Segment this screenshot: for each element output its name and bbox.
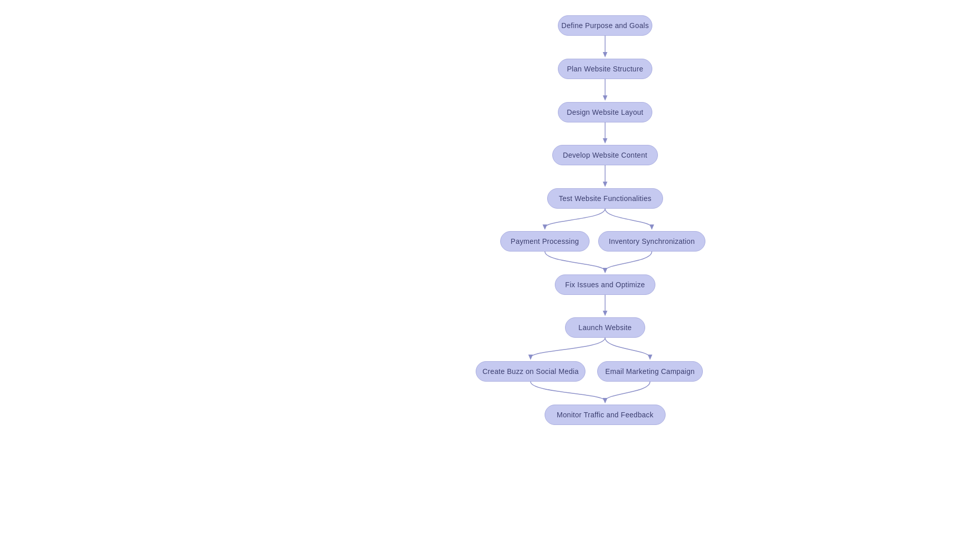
- node-social[interactable]: Create Buzz on Social Media: [476, 361, 585, 382]
- node-monitor[interactable]: Monitor Traffic and Feedback: [545, 405, 666, 425]
- node-fix[interactable]: Fix Issues and Optimize: [555, 274, 655, 295]
- node-test[interactable]: Test Website Functionalities: [547, 188, 663, 209]
- node-email[interactable]: Email Marketing Campaign: [597, 361, 703, 382]
- node-design[interactable]: Design Website Layout: [558, 102, 652, 122]
- node-payment[interactable]: Payment Processing: [500, 231, 590, 252]
- node-launch[interactable]: Launch Website: [565, 317, 645, 338]
- connections-svg: [0, 0, 980, 551]
- node-define[interactable]: Define Purpose and Goals: [558, 15, 652, 36]
- node-develop[interactable]: Develop Website Content: [552, 145, 658, 165]
- node-plan[interactable]: Plan Website Structure: [558, 59, 652, 79]
- node-inventory[interactable]: Inventory Synchronization: [598, 231, 705, 252]
- flowchart-diagram: Define Purpose and GoalsPlan Website Str…: [0, 0, 980, 551]
